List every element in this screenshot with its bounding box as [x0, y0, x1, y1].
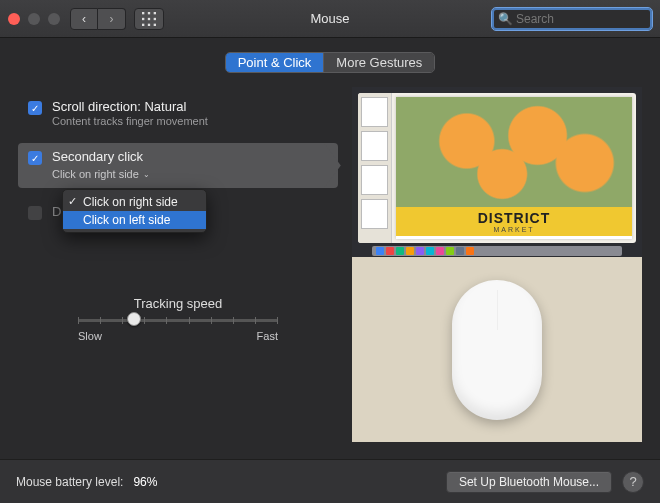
preview-desktop: DISTRICT MARKET	[352, 87, 642, 257]
gesture-preview: DISTRICT MARKET	[352, 87, 642, 442]
battery-label: Mouse battery level:	[16, 475, 123, 489]
main-content: ✓ Scroll direction: Natural Content trac…	[0, 73, 660, 450]
tracking-speed-slider[interactable]	[78, 319, 278, 322]
help-button[interactable]: ?	[622, 471, 644, 493]
slider-knob[interactable]	[127, 312, 141, 326]
titlebar: ‹ › Mouse 🔍	[0, 0, 660, 38]
chevron-left-icon: ‹	[82, 12, 86, 26]
close-icon[interactable]	[8, 13, 20, 25]
show-all-button[interactable]	[134, 8, 164, 30]
tracking-speed-section: Tracking speed Slow Fast	[18, 296, 338, 342]
poster-sub: MARKET	[396, 226, 632, 233]
svg-rect-5	[154, 17, 156, 19]
zoom-icon	[48, 13, 60, 25]
secondary-click-menu[interactable]: ✓ Click on right side Click on left side	[62, 189, 207, 233]
menu-item-left[interactable]: Click on left side	[63, 211, 206, 229]
svg-rect-6	[142, 23, 144, 25]
option-title: Secondary click	[52, 149, 150, 164]
battery-percent: 96%	[133, 475, 157, 489]
checkbox-secondary[interactable]: ✓	[28, 151, 42, 165]
slider-label: Tracking speed	[18, 296, 338, 311]
checkbox-doubletap[interactable]: ✓	[28, 206, 42, 220]
nav-buttons: ‹ ›	[70, 8, 126, 30]
preview-mouse	[352, 257, 642, 442]
traffic-lights	[8, 13, 60, 25]
mouse-icon	[452, 280, 542, 420]
svg-rect-0	[142, 12, 144, 14]
checkbox-scroll[interactable]: ✓	[28, 101, 42, 115]
dropdown-value: Click on right side	[52, 168, 139, 180]
svg-rect-4	[148, 17, 150, 19]
options-pane: ✓ Scroll direction: Natural Content trac…	[18, 87, 338, 442]
dock-icon	[372, 246, 622, 256]
secondary-click-dropdown[interactable]: Click on right side ⌄	[52, 168, 150, 180]
chevron-right-icon: ›	[110, 12, 114, 26]
forward-button: ›	[98, 8, 126, 30]
menu-item-label: Click on right side	[83, 195, 178, 209]
slider-max: Fast	[257, 330, 278, 342]
menu-item-label: Click on left side	[83, 213, 170, 227]
slider-min: Slow	[78, 330, 102, 342]
back-button[interactable]: ‹	[70, 8, 98, 30]
check-icon: ✓	[68, 195, 77, 208]
svg-rect-1	[148, 12, 150, 14]
search-field[interactable]: 🔍	[492, 8, 652, 30]
chevron-down-icon: ⌄	[143, 170, 150, 179]
option-secondary-click[interactable]: ✓ Secondary click Click on right side ⌄	[18, 143, 338, 188]
help-icon: ?	[629, 474, 636, 489]
search-input[interactable]	[492, 8, 652, 30]
search-icon: 🔍	[498, 12, 513, 26]
option-subtitle: Content tracks finger movement	[52, 115, 208, 127]
svg-rect-2	[154, 12, 156, 14]
poster-headline: DISTRICT	[396, 210, 632, 226]
tab-more-gestures[interactable]: More Gestures	[323, 53, 434, 72]
svg-rect-3	[142, 17, 144, 19]
svg-rect-7	[148, 23, 150, 25]
option-title: Scroll direction: Natural	[52, 99, 208, 114]
option-scroll-direction[interactable]: ✓ Scroll direction: Natural Content trac…	[18, 93, 338, 133]
menu-item-right[interactable]: ✓ Click on right side	[63, 193, 206, 211]
tab-point-click[interactable]: Point & Click	[226, 53, 324, 72]
preview-pane: DISTRICT MARKET	[352, 87, 642, 442]
setup-bluetooth-button[interactable]: Set Up Bluetooth Mouse...	[446, 471, 612, 493]
grid-icon	[142, 12, 156, 26]
svg-rect-8	[154, 23, 156, 25]
minimize-icon	[28, 13, 40, 25]
footer: Mouse battery level: 96% Set Up Bluetoot…	[0, 459, 660, 503]
tab-bar: Point & Click More Gestures	[0, 52, 660, 73]
window-title: Mouse	[310, 11, 349, 26]
